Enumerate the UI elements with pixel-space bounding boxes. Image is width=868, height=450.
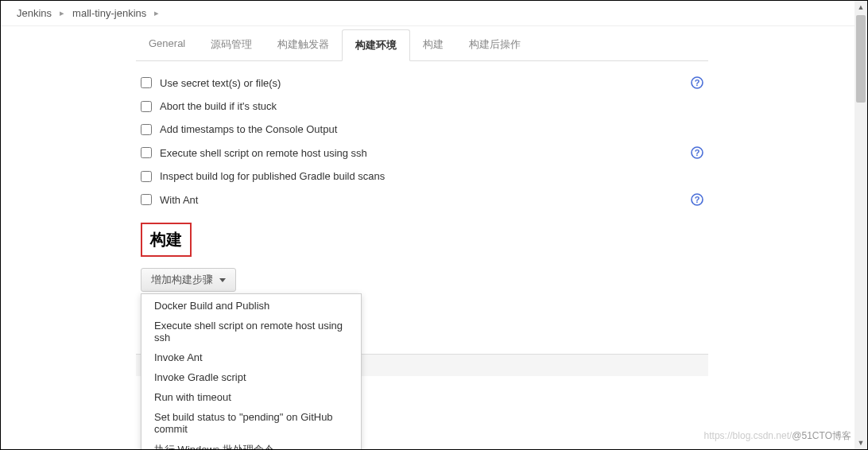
label-secret-text: Use secret text(s) or file(s) <box>160 77 691 89</box>
tabs: General 源码管理 构建触发器 构建环境 构建 构建后操作 <box>136 29 708 61</box>
label-gradle-scan: Inspect build log for published Gradle b… <box>160 170 691 182</box>
menu-github-pending[interactable]: Set build status to "pending" on GitHub … <box>141 407 361 439</box>
breadcrumb-jenkins[interactable]: Jenkins <box>17 7 52 19</box>
tab-build[interactable]: 构建 <box>410 29 456 60</box>
label-with-ant: With Ant <box>160 194 691 206</box>
watermark: https://blog.csdn.net/@51CTO博客 <box>704 429 851 443</box>
svg-text:?: ? <box>695 148 700 157</box>
breadcrumb-separator: ▸ <box>154 8 159 18</box>
window: Jenkins ▸ mall-tiny-jenkins ▸ General 源码… <box>0 0 868 450</box>
help-icon[interactable]: ? <box>691 146 703 159</box>
tab-post-build[interactable]: 构建后操作 <box>456 29 533 60</box>
scroll-up-icon[interactable]: ▲ <box>854 1 867 14</box>
help-icon[interactable]: ? <box>691 193 703 206</box>
breadcrumb: Jenkins ▸ mall-tiny-jenkins ▸ <box>1 1 867 26</box>
option-with-ant: With Ant ? <box>136 188 708 211</box>
menu-run-timeout[interactable]: Run with timeout <box>141 387 361 407</box>
tab-scm[interactable]: 源码管理 <box>198 29 265 60</box>
menu-docker-build[interactable]: Docker Build and Publish <box>141 296 361 316</box>
chevron-down-icon <box>219 278 226 282</box>
label-timestamps: Add timestamps to the Console Output <box>160 123 691 135</box>
scroll-down-icon[interactable]: ▼ <box>854 436 867 449</box>
label-abort-stuck: Abort the build if it's stuck <box>160 100 691 112</box>
checkbox-abort-stuck[interactable] <box>141 101 152 112</box>
menu-invoke-ant[interactable]: Invoke Ant <box>141 347 361 367</box>
checkbox-ssh-shell[interactable] <box>141 147 152 158</box>
add-build-step-button[interactable]: 增加构建步骤 <box>141 268 236 292</box>
menu-invoke-gradle[interactable]: Invoke Gradle script <box>141 367 361 387</box>
tab-triggers[interactable]: 构建触发器 <box>265 29 342 60</box>
svg-text:?: ? <box>695 195 700 204</box>
build-step-dropdown: Docker Build and Publish Execute shell s… <box>141 293 362 450</box>
option-abort-stuck: Abort the build if it's stuck <box>136 95 708 118</box>
menu-ssh-shell[interactable]: Execute shell script on remote host usin… <box>141 316 361 347</box>
config-content: General 源码管理 构建触发器 构建环境 构建 构建后操作 Use sec… <box>136 29 724 450</box>
breadcrumb-separator: ▸ <box>60 8 64 18</box>
tab-general[interactable]: General <box>136 29 198 60</box>
option-timestamps: Add timestamps to the Console Output <box>136 118 708 141</box>
section-build-title: 构建 <box>141 223 192 257</box>
tab-build-env[interactable]: 构建环境 <box>342 29 410 61</box>
checkbox-secret-text[interactable] <box>141 77 152 88</box>
checkbox-with-ant[interactable] <box>141 194 152 205</box>
add-build-step-label: 增加构建步骤 <box>151 273 213 287</box>
scrollbar[interactable]: ▲ ▼ <box>854 1 867 449</box>
scrollbar-thumb[interactable] <box>856 15 866 103</box>
breadcrumb-project[interactable]: mall-tiny-jenkins <box>72 7 146 19</box>
checkbox-timestamps[interactable] <box>141 124 152 135</box>
option-gradle-scan: Inspect build log for published Gradle b… <box>136 165 708 188</box>
option-secret-text: Use secret text(s) or file(s) ? <box>136 71 708 95</box>
menu-windows-batch[interactable]: 执行 Windows 批处理命令 <box>141 439 361 450</box>
svg-text:?: ? <box>695 78 700 87</box>
checkbox-gradle-scan[interactable] <box>141 171 152 182</box>
help-icon[interactable]: ? <box>691 76 703 89</box>
label-ssh-shell: Execute shell script on remote host usin… <box>160 147 691 159</box>
option-ssh-shell: Execute shell script on remote host usin… <box>136 141 708 165</box>
